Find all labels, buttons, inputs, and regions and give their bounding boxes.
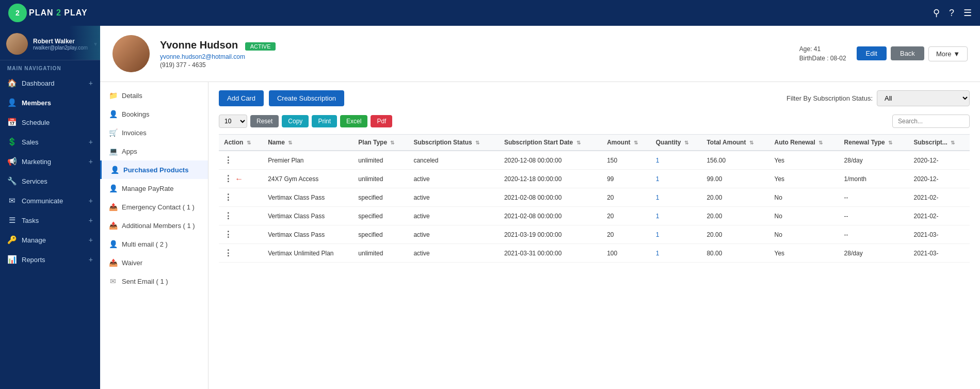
plan-type-cell: specified bbox=[353, 225, 408, 244]
quantity-link[interactable]: 1 bbox=[656, 157, 660, 164]
sort-icon: ⇅ bbox=[684, 140, 688, 145]
sidebar-item-members[interactable]: 👤 Members bbox=[0, 93, 100, 112]
renewal-type-cell: 1/month bbox=[839, 170, 909, 188]
col-amount: Amount ⇅ bbox=[602, 135, 651, 151]
question-icon[interactable]: ? bbox=[949, 8, 954, 19]
table-search-input[interactable] bbox=[892, 115, 970, 128]
plus-icon[interactable]: + bbox=[89, 157, 93, 166]
status-cell: active bbox=[408, 170, 499, 188]
subnav-label: Multi email ( 2 ) bbox=[122, 240, 168, 248]
edit-button[interactable]: Edit bbox=[857, 46, 887, 60]
action-cell: ⋮ ← bbox=[219, 170, 263, 188]
sidebar-item-services[interactable]: 🔧 Services bbox=[0, 171, 100, 191]
subscript-cell: 2021-02- bbox=[908, 188, 970, 207]
folder-icon: 📁 bbox=[108, 91, 118, 100]
col-subscript: Subscript... ⇅ bbox=[908, 135, 970, 151]
col-total-amount: Total Amount ⇅ bbox=[701, 135, 769, 151]
quantity-link[interactable]: 1 bbox=[656, 213, 660, 220]
print-button[interactable]: Print bbox=[312, 115, 337, 127]
total-amount-cell: 20.00 bbox=[701, 188, 769, 207]
sidebar-item-communicate[interactable]: ✉ Communicate + bbox=[0, 191, 100, 210]
quantity-link[interactable]: 1 bbox=[656, 250, 660, 257]
subnav-details[interactable]: 📁 Details bbox=[100, 86, 208, 105]
sidebar-item-marketing[interactable]: 📢 Marketing + bbox=[0, 152, 100, 171]
date-cell: 2020-12-18 00:00:00 bbox=[499, 170, 602, 188]
create-subscription-button[interactable]: Create Subscription bbox=[269, 90, 344, 106]
status-cell: canceled bbox=[408, 151, 499, 170]
sidebar-item-dashboard[interactable]: 🏠 Dashboard + bbox=[0, 73, 100, 93]
sidebar-user[interactable]: Robert Walker rwalker@plan2play.com ▼ bbox=[0, 26, 100, 60]
sidebar-item-label: Schedule bbox=[22, 119, 50, 126]
subnav-manage-payrate[interactable]: 👤 Manage PayRate bbox=[100, 179, 208, 198]
logo: 2 PLAN 2 PLAY bbox=[8, 4, 88, 22]
user-name: Robert Walker bbox=[33, 38, 88, 45]
sort-icon: ⇅ bbox=[288, 140, 292, 145]
subnav-invoices[interactable]: 🛒 Invoices bbox=[100, 123, 208, 142]
subnav-multi-email[interactable]: 👤 Multi email ( 2 ) bbox=[100, 235, 208, 253]
renewal-type-cell: -- bbox=[839, 225, 909, 244]
main-panel: Add Card Create Subscription Filter By S… bbox=[208, 82, 980, 389]
action-dots[interactable]: ⋮ bbox=[224, 156, 232, 165]
subnav-bookings[interactable]: 👤 Bookings bbox=[100, 105, 208, 123]
subnav-apps[interactable]: 💻 Apps bbox=[100, 142, 208, 160]
sidebar-item-label: Marketing bbox=[22, 158, 51, 166]
user-dropdown-icon[interactable]: ▼ bbox=[93, 41, 98, 47]
sidebar-item-tasks[interactable]: ☰ Tasks + bbox=[0, 210, 100, 230]
name-cell: Vertimax Class Pass bbox=[263, 188, 353, 207]
add-card-button[interactable]: Add Card bbox=[219, 90, 264, 106]
sitemap-icon[interactable]: ⚲ bbox=[933, 7, 940, 19]
avatar bbox=[6, 33, 28, 55]
excel-button[interactable]: Excel bbox=[340, 115, 367, 127]
amount-cell: 20 bbox=[602, 225, 651, 244]
subnav-sent-email[interactable]: ✉ Sent Email ( 1 ) bbox=[100, 272, 208, 290]
subnav-emergency-contact[interactable]: 📤 Emergency Contact ( 1 ) bbox=[100, 198, 208, 216]
sidebar-item-label: Tasks bbox=[22, 217, 39, 224]
reset-button[interactable]: Reset bbox=[250, 115, 279, 127]
plus-icon[interactable]: + bbox=[89, 236, 93, 244]
subnav-label: Bookings bbox=[122, 110, 149, 118]
plus-icon[interactable]: + bbox=[89, 255, 93, 264]
action-dots[interactable]: ⋮ bbox=[224, 193, 232, 202]
rows-per-page-select[interactable]: 10 25 50 100 bbox=[219, 115, 247, 128]
pdf-button[interactable]: Pdf bbox=[371, 115, 392, 127]
action-dots[interactable]: ⋮ bbox=[224, 230, 232, 239]
sort-icon: ⇅ bbox=[475, 140, 479, 145]
sidebar-item-schedule[interactable]: 📅 Schedule bbox=[0, 112, 100, 132]
filter-select[interactable]: All bbox=[877, 90, 970, 106]
plus-icon[interactable]: + bbox=[89, 216, 93, 224]
plan-type-cell: specified bbox=[353, 188, 408, 207]
quantity-link[interactable]: 1 bbox=[656, 231, 660, 238]
date-cell: 2020-12-08 00:00:00 bbox=[499, 151, 602, 170]
more-button[interactable]: More ▼ bbox=[928, 46, 968, 61]
action-cell: ⋮ bbox=[219, 188, 263, 207]
copy-button[interactable]: Copy bbox=[282, 115, 309, 127]
plus-icon[interactable]: + bbox=[89, 79, 93, 87]
plus-icon[interactable]: + bbox=[89, 197, 93, 205]
panel-toolbar: Add Card Create Subscription Filter By S… bbox=[219, 90, 970, 106]
action-dots[interactable]: ⋮ bbox=[224, 249, 232, 257]
bars-icon[interactable]: ☰ bbox=[963, 7, 972, 19]
sidebar-item-label: Communicate bbox=[22, 197, 63, 205]
subnav-additional-members[interactable]: 📤 Additional Members ( 1 ) bbox=[100, 216, 208, 235]
plus-icon[interactable]: + bbox=[89, 138, 93, 146]
col-action: Action ⇅ bbox=[219, 135, 263, 151]
sidebar-item-sales[interactable]: 💲 Sales + bbox=[0, 132, 100, 152]
action-dots[interactable]: ⋮ bbox=[224, 212, 232, 220]
back-button[interactable]: Back bbox=[891, 46, 924, 60]
status-cell: active bbox=[408, 225, 499, 244]
subnav-waiver[interactable]: 📤 Waiver bbox=[100, 253, 208, 272]
sidebar-item-manage[interactable]: 🔑 Manage + bbox=[0, 230, 100, 250]
action-cell: ⋮ bbox=[219, 225, 263, 244]
total-amount-cell: 20.00 bbox=[701, 225, 769, 244]
renewal-type-cell: -- bbox=[839, 188, 909, 207]
member-age: Age: 41 bbox=[799, 45, 846, 53]
member-email[interactable]: yvonne.hudson2@hotmail.com bbox=[160, 53, 779, 60]
quantity-link[interactable]: 1 bbox=[656, 175, 660, 183]
sort-icon: ⇅ bbox=[576, 140, 581, 145]
subnav-purchased-products[interactable]: 👤 Purchased Products bbox=[100, 160, 208, 179]
action-dots[interactable]: ⋮ bbox=[224, 174, 232, 183]
payrate-icon: 👤 bbox=[108, 184, 118, 192]
sidebar-item-reports[interactable]: 📊 Reports + bbox=[0, 250, 100, 269]
quantity-link[interactable]: 1 bbox=[656, 194, 660, 201]
total-amount-cell: 156.00 bbox=[701, 151, 769, 170]
